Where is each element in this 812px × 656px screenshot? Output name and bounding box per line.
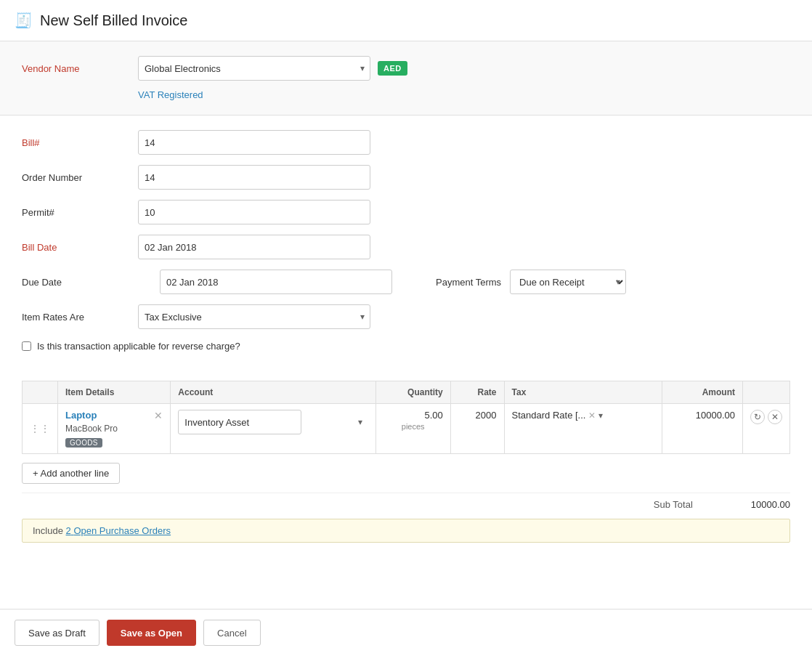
row-action-buttons: ↻ ✕ xyxy=(750,410,782,424)
vendor-section: Vendor Name Global Electronics AED VAT R… xyxy=(0,41,812,116)
vat-row: VAT Registered xyxy=(138,86,790,100)
order-number-label: Order Number xyxy=(22,172,138,183)
vendor-name-label: Vendor Name xyxy=(22,63,138,74)
tax-cell: Standard Rate [... ✕ ▾ xyxy=(504,404,662,454)
subtotal-row: Sub Total 10000.00 xyxy=(22,493,790,516)
vendor-select-wrapper: Global Electronics xyxy=(138,56,370,81)
item-name[interactable]: Laptop xyxy=(65,410,118,421)
payment-terms-select[interactable]: Due on Receipt xyxy=(510,270,626,294)
col-quantity: Quantity xyxy=(375,381,450,404)
page-title: New Self Billed Invoice xyxy=(40,12,187,29)
amount-value: 10000.00 xyxy=(696,410,735,421)
bill-number-row: Bill# xyxy=(22,130,790,155)
bill-date-row: Bill Date xyxy=(22,235,790,259)
quantity-value: 5.00 xyxy=(424,410,442,421)
account-cell: Inventory Asset xyxy=(171,404,375,454)
drag-handle-icon[interactable]: ⋮⋮ xyxy=(30,423,50,434)
po-include-bar: Include 2 Open Purchase Orders xyxy=(22,519,790,543)
item-rates-label: Item Rates Are xyxy=(22,312,138,323)
rate-value: 2000 xyxy=(476,410,497,421)
col-account: Account xyxy=(171,381,375,404)
due-date-label: Due Date xyxy=(22,277,138,288)
tax-remove-icon[interactable]: ✕ xyxy=(588,410,596,421)
account-select[interactable]: Inventory Asset xyxy=(178,410,301,434)
po-include-text-before: Include xyxy=(33,525,66,536)
item-description: MacBook Pro xyxy=(65,424,118,434)
tax-dropdown-icon[interactable]: ▾ xyxy=(598,410,603,421)
vendor-input-group: Global Electronics AED xyxy=(138,56,407,81)
permit-input[interactable] xyxy=(138,200,370,224)
subtotal-value: 10000.00 xyxy=(751,499,790,510)
quantity-cell: 5.00 pieces xyxy=(375,404,450,454)
item-details-cell: Laptop MacBook Pro GOODS ✕ xyxy=(58,404,171,454)
items-table: Item Details Account Quantity Rate Tax xyxy=(22,381,790,454)
bill-date-label: Bill Date xyxy=(22,242,138,253)
invoice-icon: 🧾 xyxy=(15,12,33,29)
tax-value: Standard Rate [... xyxy=(512,410,586,421)
due-date-row: Due Date Payment Terms Due on Receipt xyxy=(22,270,790,294)
vendor-name-row: Vendor Name Global Electronics AED xyxy=(22,56,790,81)
items-table-section: Item Details Account Quantity Rate Tax xyxy=(0,381,812,543)
col-item-details: Item Details xyxy=(58,381,171,404)
po-open-count[interactable]: 2 Open Purchase Orders xyxy=(66,525,171,536)
subtotal-label: Sub Total xyxy=(654,499,693,510)
item-remove-icon[interactable]: ✕ xyxy=(154,410,163,421)
item-rates-select-wrapper: Tax Exclusive xyxy=(138,304,370,329)
vat-registered-link[interactable]: VAT Registered xyxy=(138,89,203,100)
rate-cell: 2000 xyxy=(450,404,504,454)
add-line-button[interactable]: + Add another line xyxy=(22,463,120,484)
permit-label: Permit# xyxy=(22,207,138,218)
col-rate: Rate xyxy=(450,381,504,404)
table-row: ⋮⋮ Laptop MacBook Pro GOODS ✕ xyxy=(23,404,790,454)
bill-number-input[interactable] xyxy=(138,130,370,155)
row-copy-icon[interactable]: ↻ xyxy=(750,410,765,424)
order-number-row: Order Number xyxy=(22,165,790,190)
payment-terms-select-wrapper: Due on Receipt xyxy=(510,270,626,294)
vendor-name-select[interactable]: Global Electronics xyxy=(138,56,370,81)
col-amount: Amount xyxy=(662,381,742,404)
row-actions-cell: ↻ ✕ xyxy=(743,404,790,454)
order-number-input[interactable] xyxy=(138,165,370,190)
due-date-input[interactable] xyxy=(160,270,392,294)
col-tax: Tax xyxy=(504,381,662,404)
page-header: 🧾 New Self Billed Invoice xyxy=(0,0,812,41)
bill-date-input[interactable] xyxy=(138,235,370,259)
currency-badge: AED xyxy=(378,61,407,76)
tax-select-group: Standard Rate [... ✕ ▾ xyxy=(512,410,654,421)
permit-row: Permit# xyxy=(22,200,790,224)
item-rates-row: Item Rates Are Tax Exclusive xyxy=(22,304,790,329)
payment-terms-group: Payment Terms Due on Receipt xyxy=(436,270,626,294)
bill-number-label: Bill# xyxy=(22,137,138,148)
row-delete-icon[interactable]: ✕ xyxy=(768,410,782,424)
reverse-charge-label: Is this transaction applicable for rever… xyxy=(37,341,240,352)
account-select-wrapper: Inventory Asset xyxy=(178,410,368,434)
main-form-section: Bill# Order Number Permit# Bill Date Due… xyxy=(0,116,812,366)
item-rates-select[interactable]: Tax Exclusive xyxy=(138,304,370,329)
item-type-badge: GOODS xyxy=(65,438,102,448)
amount-cell: 10000.00 xyxy=(662,404,742,454)
payment-terms-label: Payment Terms xyxy=(436,277,501,288)
reverse-charge-checkbox[interactable] xyxy=(22,341,31,351)
quantity-unit: pieces xyxy=(383,422,443,431)
reverse-charge-row: Is this transaction applicable for rever… xyxy=(22,341,790,352)
